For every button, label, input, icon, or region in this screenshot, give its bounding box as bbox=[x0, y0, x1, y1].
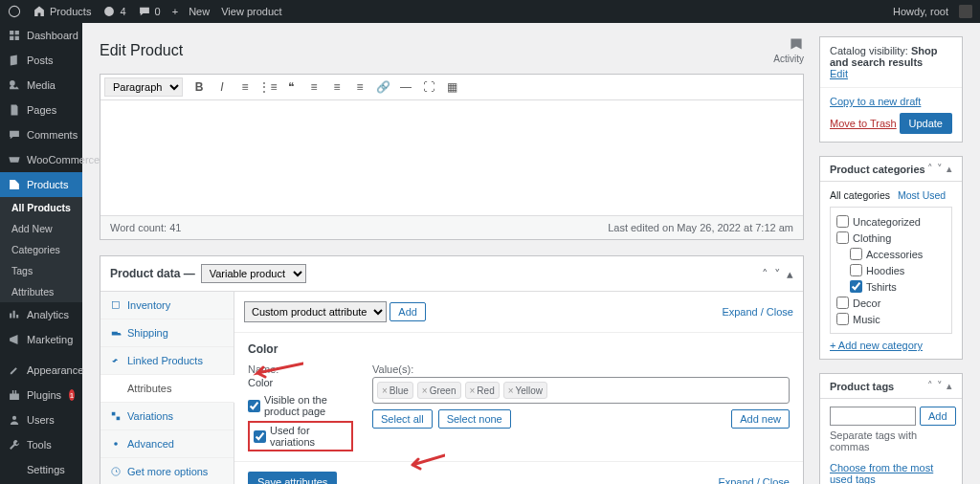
comments-link[interactable]: 0 bbox=[138, 5, 161, 18]
save-attributes-button[interactable]: Save attributes bbox=[248, 472, 337, 484]
tag-red[interactable]: ×Red bbox=[465, 382, 500, 399]
menu-woocommerce[interactable]: WooCommerce bbox=[0, 147, 82, 172]
editor-toolbar: Paragraph B I ≡ ⋮≡ ❝ ≡ ≡ ≡ 🔗 — ⛶ ▦ bbox=[100, 75, 803, 100]
fullscreen-button[interactable]: ⛶ bbox=[418, 77, 439, 98]
cat-tshirts[interactable]: Tshirts bbox=[836, 278, 946, 295]
submenu-attributes[interactable]: Attributes bbox=[0, 281, 82, 302]
copy-draft-link[interactable]: Copy to a new draft bbox=[830, 96, 921, 107]
howdy-link[interactable]: Howdy, root bbox=[893, 5, 972, 18]
cat-tab-most[interactable]: Most Used bbox=[898, 189, 946, 201]
submenu-tags[interactable]: Tags bbox=[0, 260, 82, 281]
panel-up-icon[interactable]: ˄ bbox=[927, 163, 933, 175]
quote-button[interactable]: ❝ bbox=[280, 77, 301, 98]
cat-hoodies[interactable]: Hoodies bbox=[836, 262, 946, 278]
remove-icon[interactable]: × bbox=[422, 385, 428, 396]
ol-button[interactable]: ⋮≡ bbox=[257, 77, 278, 98]
menu-products[interactable]: Products bbox=[0, 172, 82, 197]
cat-tab-all[interactable]: All categories bbox=[830, 189, 890, 201]
menu-settings[interactable]: Settings bbox=[0, 457, 82, 482]
tag-yellow[interactable]: ×Yellow bbox=[503, 382, 547, 399]
attribute-type-select[interactable]: Custom product attribute bbox=[244, 301, 387, 322]
submenu-categories[interactable]: Categories bbox=[0, 239, 82, 260]
remove-icon[interactable]: × bbox=[508, 385, 514, 396]
tab-attributes[interactable]: Attributes bbox=[100, 375, 234, 403]
panel-up-icon[interactable]: ˄ bbox=[927, 380, 933, 392]
tag-green[interactable]: ×Green bbox=[417, 382, 461, 399]
comments-count: 0 bbox=[155, 6, 161, 17]
add-attribute-button[interactable]: Add bbox=[390, 302, 426, 321]
panel-down-icon[interactable]: ˅ bbox=[774, 267, 781, 281]
align-left-button[interactable]: ≡ bbox=[303, 77, 324, 98]
menu-comments[interactable]: Comments bbox=[0, 122, 82, 147]
submenu-add-new[interactable]: Add New bbox=[0, 218, 82, 239]
visible-checkbox[interactable] bbox=[248, 400, 260, 412]
link-button[interactable]: 🔗 bbox=[372, 77, 393, 98]
site-link[interactable]: Products bbox=[33, 5, 91, 18]
expand-close-link-bottom[interactable]: Expand / Close bbox=[718, 476, 790, 484]
menu-analytics[interactable]: Analytics bbox=[0, 302, 82, 327]
cat-accessories[interactable]: Accessories bbox=[836, 246, 946, 262]
tab-inventory[interactable]: Inventory bbox=[100, 292, 234, 319]
used-checkbox[interactable] bbox=[254, 430, 266, 443]
italic-button[interactable]: I bbox=[212, 77, 233, 98]
cat-uncategorized[interactable]: Uncategorized bbox=[836, 213, 946, 230]
add-new-value-button[interactable]: Add new bbox=[731, 409, 790, 429]
tags-input[interactable] bbox=[830, 407, 916, 426]
view-product-link[interactable]: View product bbox=[221, 6, 281, 17]
values-input[interactable]: ×Blue ×Green ×Red ×Yellow bbox=[372, 377, 790, 404]
menu-tools[interactable]: Tools bbox=[0, 432, 82, 457]
menu-pages[interactable]: Pages bbox=[0, 98, 82, 122]
tag-blue[interactable]: ×Blue bbox=[377, 382, 413, 399]
tab-advanced[interactable]: Advanced bbox=[100, 430, 234, 458]
menu-appearance[interactable]: Appearance bbox=[0, 358, 82, 383]
panel-toggle-icon[interactable]: ▴ bbox=[787, 267, 793, 281]
add-tag-button[interactable]: Add bbox=[920, 407, 956, 426]
panel-up-icon[interactable]: ˄ bbox=[762, 267, 768, 281]
more-button[interactable]: — bbox=[395, 77, 416, 98]
activity-link[interactable]: Activity bbox=[773, 36, 804, 64]
toolbar-toggle-button[interactable]: ▦ bbox=[441, 77, 462, 98]
edit-visibility-link[interactable]: Edit bbox=[830, 68, 848, 79]
panel-down-icon[interactable]: ˅ bbox=[937, 163, 943, 175]
menu-dashboard[interactable]: Dashboard bbox=[0, 23, 82, 48]
ul-button[interactable]: ≡ bbox=[234, 77, 256, 98]
updates-link[interactable]: 4 bbox=[102, 5, 125, 18]
menu-plugins[interactable]: Plugins1 bbox=[0, 383, 82, 407]
panel-down-icon[interactable]: ˅ bbox=[937, 380, 943, 392]
format-select[interactable]: Paragraph bbox=[104, 77, 183, 97]
remove-icon[interactable]: × bbox=[470, 385, 476, 396]
submenu-all-products[interactable]: All Products bbox=[0, 197, 82, 218]
align-center-button[interactable]: ≡ bbox=[326, 77, 347, 98]
menu-marketing[interactable]: Marketing bbox=[0, 327, 82, 352]
menu-media[interactable]: Media bbox=[0, 73, 82, 98]
new-link[interactable]: + New bbox=[172, 6, 211, 17]
tab-shipping[interactable]: Shipping bbox=[100, 319, 234, 347]
cat-clothing[interactable]: Clothing bbox=[836, 230, 946, 246]
align-right-button[interactable]: ≡ bbox=[349, 77, 370, 98]
add-category-link[interactable]: + Add new category bbox=[830, 340, 923, 351]
tab-linked[interactable]: Linked Products bbox=[100, 347, 234, 375]
menu-posts[interactable]: Posts bbox=[0, 48, 82, 73]
wp-logo[interactable] bbox=[8, 5, 21, 18]
tab-variations[interactable]: Variations bbox=[100, 403, 234, 430]
menu-users[interactable]: Users bbox=[0, 407, 82, 432]
select-all-button[interactable]: Select all bbox=[372, 409, 433, 429]
svg-point-9 bbox=[114, 442, 118, 446]
update-button[interactable]: Update bbox=[900, 113, 952, 134]
bold-button[interactable]: B bbox=[189, 77, 210, 98]
panel-toggle-icon[interactable]: ▴ bbox=[947, 380, 952, 392]
choose-tags-link[interactable]: Choose from the most used tags bbox=[830, 462, 933, 484]
panel-toggle-icon[interactable]: ▴ bbox=[947, 163, 952, 175]
select-none-button[interactable]: Select none bbox=[438, 409, 511, 429]
cat-music[interactable]: Music bbox=[836, 311, 946, 327]
admin-bar: Products 4 0 + New View product Howdy, r… bbox=[0, 0, 980, 23]
expand-close-link[interactable]: Expand / Close bbox=[722, 306, 793, 318]
visible-checkbox-row[interactable]: Visible on the product page bbox=[248, 394, 353, 417]
cat-decor[interactable]: Decor bbox=[836, 295, 946, 311]
remove-icon[interactable]: × bbox=[382, 385, 388, 396]
tab-more[interactable]: Get more options bbox=[100, 458, 234, 484]
used-checkbox-row[interactable]: Used for variations bbox=[254, 425, 347, 448]
editor-body[interactable] bbox=[100, 100, 803, 215]
product-type-select[interactable]: Variable product bbox=[201, 264, 306, 283]
move-trash-link[interactable]: Move to Trash bbox=[830, 118, 897, 129]
